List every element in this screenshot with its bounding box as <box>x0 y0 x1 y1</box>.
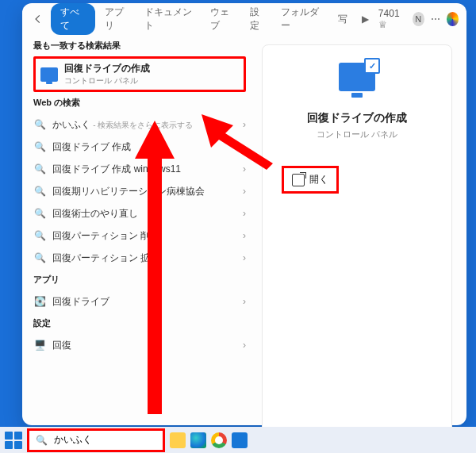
best-match-subtitle: コントロール パネル <box>64 75 150 86</box>
search-icon: 🔍 <box>33 230 46 241</box>
web-result-3[interactable]: 🔍 回復期リハビリテーション病棟協会 › <box>33 180 246 202</box>
search-topbar: すべて アプリ ドキュメント ウェブ 設定 フォルダー 写 ▶ 7401 ♕ N… <box>22 3 466 35</box>
chevron-right-icon: › <box>243 208 246 219</box>
web-result-5[interactable]: 🔍 回復パーティション 削除 › <box>33 225 246 247</box>
preview-title: 回復ドライブの作成 <box>263 111 451 125</box>
tab-documents[interactable]: ドキュメント <box>140 6 200 33</box>
store-icon[interactable] <box>232 432 248 448</box>
web-result-1[interactable]: 🔍 回復ドライブ 作成 › <box>33 136 246 158</box>
rewards-points[interactable]: 7401 ♕ <box>378 8 406 30</box>
preview-subtitle: コントロール パネル <box>263 129 451 140</box>
tab-apps[interactable]: アプリ <box>100 6 135 33</box>
search-icon: 🔍 <box>33 186 46 197</box>
recovery-icon: 🖥️ <box>33 340 46 351</box>
copilot-icon[interactable] <box>447 12 459 26</box>
open-action-label: 開く <box>309 173 328 186</box>
search-icon: 🔍 <box>36 435 48 446</box>
tab-more-arrow[interactable]: ▶ <box>357 13 374 25</box>
chevron-right-icon: › <box>243 230 246 241</box>
web-result-2[interactable]: 🔍 回復ドライブ 作成 windows11 › <box>33 158 246 180</box>
web-search-header: Web の検索 <box>33 97 246 109</box>
settings-section-header: 設定 <box>33 317 246 329</box>
best-match-title: 回復ドライブの作成 <box>64 62 150 75</box>
open-action[interactable]: 開く <box>282 166 339 194</box>
chevron-right-icon: › <box>243 252 246 263</box>
tab-web[interactable]: ウェブ <box>205 6 240 33</box>
web-result-6[interactable]: 🔍 回復パーティション 拡張 › <box>33 247 246 269</box>
web-result-label: 回復パーティション 拡張 <box>52 251 236 265</box>
monitor-icon <box>40 67 58 82</box>
web-result-label: 回復ドライブ 作成 <box>52 140 236 154</box>
file-explorer-icon[interactable] <box>170 432 186 448</box>
web-result-hint: - 検索結果をさらに表示する <box>93 121 193 129</box>
chevron-right-icon: › <box>243 186 246 197</box>
taskbar: 🔍 <box>0 427 476 453</box>
web-result-label: 回復術士のやり直し <box>52 207 236 221</box>
web-result-label: 回復期リハビリテーション病棟協会 <box>52 185 236 198</box>
tab-settings[interactable]: 設定 <box>245 6 271 33</box>
app-result-label: 回復ドライブ <box>52 295 236 309</box>
search-icon: 🔍 <box>33 163 46 175</box>
chevron-right-icon: › <box>243 340 246 351</box>
best-match-item[interactable]: 回復ドライブの作成 コントロール パネル <box>33 56 246 92</box>
preview-card: ✓ 回復ドライブの作成 コントロール パネル 開く <box>262 44 452 435</box>
setting-result-0[interactable]: 🖥️ 回復 › <box>33 334 246 356</box>
start-button[interactable] <box>5 432 22 449</box>
search-icon: 🔍 <box>33 141 46 152</box>
chevron-right-icon: › <box>243 296 246 307</box>
user-avatar[interactable]: N <box>413 12 424 26</box>
app-result-0[interactable]: 💽 回復ドライブ › <box>33 290 246 313</box>
chrome-icon[interactable] <box>211 432 227 448</box>
search-icon: 🔍 <box>33 252 46 263</box>
search-icon: 🔍 <box>33 208 46 219</box>
check-icon: ✓ <box>364 58 380 74</box>
taskbar-search[interactable]: 🔍 <box>27 428 165 452</box>
web-result-4[interactable]: 🔍 回復術士のやり直し › <box>33 202 246 225</box>
setting-result-label: 回復 <box>52 339 236 352</box>
search-icon: 🔍 <box>33 119 46 130</box>
taskbar-search-input[interactable] <box>52 434 156 447</box>
best-match-header: 最も一致する検索結果 <box>33 40 246 52</box>
apps-header: アプリ <box>33 274 246 286</box>
web-result-label: かいふく <box>52 119 90 130</box>
chevron-right-icon: › <box>243 141 246 152</box>
more-icon[interactable]: ⋯ <box>431 13 440 25</box>
search-results-window: すべて アプリ ドキュメント ウェブ 設定 フォルダー 写 ▶ 7401 ♕ N… <box>22 3 466 425</box>
web-result-label: 回復パーティション 削除 <box>52 229 236 243</box>
chevron-right-icon: › <box>243 163 246 175</box>
back-icon[interactable] <box>30 10 46 28</box>
edge-icon[interactable] <box>190 432 206 448</box>
tab-folders[interactable]: フォルダー <box>276 6 328 33</box>
web-result-0[interactable]: 🔍 かいふく - 検索結果をさらに表示する › <box>33 113 246 136</box>
open-external-icon <box>292 174 305 186</box>
tab-all[interactable]: すべて <box>51 3 95 35</box>
preview-pane: ✓ 回復ドライブの作成 コントロール パネル 開く <box>252 35 466 425</box>
chevron-right-icon: › <box>243 119 246 130</box>
results-left-pane: 最も一致する検索結果 回復ドライブの作成 コントロール パネル Web の検索 … <box>22 35 252 425</box>
tab-photos[interactable]: 写 <box>333 13 352 26</box>
drive-icon: 💽 <box>33 296 46 307</box>
web-result-label: 回復ドライブ 作成 windows11 <box>52 163 236 176</box>
